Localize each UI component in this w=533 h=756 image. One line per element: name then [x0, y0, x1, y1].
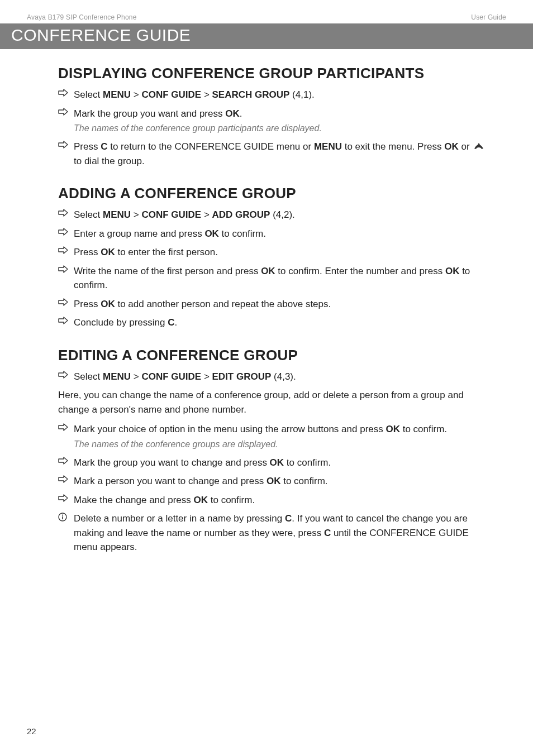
arrow-right-icon	[58, 108, 68, 116]
step-item: Mark your choice of option in the menu u…	[58, 422, 493, 451]
section-heading: EDITING A CONFERENCE GROUP	[58, 347, 493, 364]
step-text: Press OK to add another person and repea…	[74, 299, 331, 309]
header-left: Avaya B179 SIP Conference Phone	[27, 13, 137, 21]
step-text: Mark the group you want and press OK.	[74, 108, 242, 119]
step-item: Select MENU > CONF GUIDE > EDIT GROUP (4…	[58, 370, 493, 384]
arrow-right-icon	[58, 141, 68, 149]
arrow-right-icon	[58, 457, 68, 465]
section-heading: ADDING A CONFERENCE GROUP	[58, 185, 493, 202]
step-text: Write the name of the first person and p…	[74, 266, 470, 291]
info-icon	[58, 513, 67, 521]
step-item: Mark a person you want to change and pre…	[58, 474, 493, 489]
step-text: Mark your choice of option in the menu u…	[74, 424, 447, 434]
step-text: Mark a person you want to change and pre…	[74, 476, 328, 486]
header-right: User Guide	[471, 13, 506, 21]
handset-icon	[473, 142, 484, 150]
step-item: Mark the group you want and press OK.The…	[58, 107, 493, 136]
step-text: Select MENU > CONF GUIDE > SEARCH GROUP …	[74, 89, 315, 100]
svg-marker-0	[478, 143, 480, 145]
step-text: Press C to return to the CONFERENCE GUID…	[74, 141, 486, 166]
page-banner: CONFERENCE GUIDE	[0, 23, 533, 49]
section-heading: DISPLAYING CONFERENCE GROUP PARTICIPANTS	[58, 65, 493, 82]
arrow-right-icon	[58, 371, 68, 379]
arrow-right-icon	[58, 209, 68, 217]
section-paragraph: Here, you can change the name of a confe…	[58, 388, 493, 417]
step-text: Mark the group you want to change and pr…	[74, 457, 331, 468]
step-item: Delete a number or a letter in a name by…	[58, 511, 493, 554]
arrow-right-icon	[58, 494, 68, 502]
step-item: Enter a group name and press OK to confi…	[58, 227, 493, 241]
step-text: Conclude by pressing C.	[74, 317, 177, 328]
step-item: Write the name of the first person and p…	[58, 264, 493, 293]
svg-rect-3	[62, 516, 63, 519]
step-text: Enter a group name and press OK to confi…	[74, 228, 266, 239]
step-text: Select MENU > CONF GUIDE > EDIT GROUP (4…	[74, 371, 296, 382]
step-note: The names of the conference group partic…	[74, 122, 493, 135]
step-text: Select MENU > CONF GUIDE > ADD GROUP (4,…	[74, 209, 295, 220]
step-item: Select MENU > CONF GUIDE > ADD GROUP (4,…	[58, 208, 493, 222]
step-item: Press C to return to the CONFERENCE GUID…	[58, 140, 493, 168]
arrow-right-icon	[58, 246, 68, 254]
step-note: The names of the conference groups are d…	[74, 438, 493, 451]
page-number: 22	[27, 726, 36, 736]
arrow-right-icon	[58, 317, 68, 324]
step-item: Mark the group you want to change and pr…	[58, 456, 493, 470]
arrow-right-icon	[58, 265, 68, 273]
step-text: Make the change and press OK to confirm.	[74, 495, 255, 505]
step-text: Press OK to enter the first person.	[74, 247, 218, 257]
step-item: Press OK to add another person and repea…	[58, 297, 493, 312]
step-item: Make the change and press OK to confirm.	[58, 493, 493, 508]
step-text: Delete a number or a letter in a name by…	[74, 513, 469, 552]
arrow-right-icon	[58, 228, 68, 236]
arrow-right-icon	[58, 298, 68, 306]
step-item: Press OK to enter the first person.	[58, 245, 493, 260]
step-item: Select MENU > CONF GUIDE > SEARCH GROUP …	[58, 88, 493, 102]
arrow-right-icon	[58, 423, 68, 431]
arrow-right-icon	[58, 475, 68, 483]
step-item: Conclude by pressing C.	[58, 315, 493, 330]
arrow-right-icon	[58, 89, 68, 97]
svg-point-2	[62, 515, 63, 516]
